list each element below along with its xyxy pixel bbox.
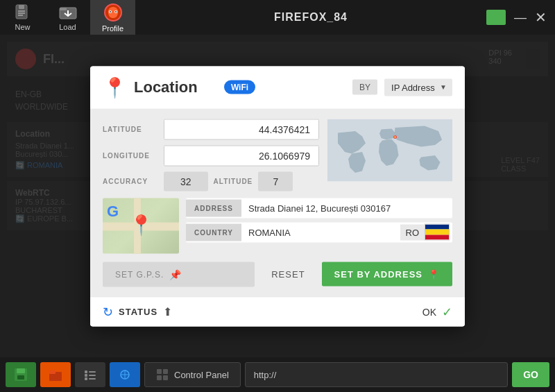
maps-address-row: G 📍 ADDRESS Strada Dianei 12, București … — [103, 198, 452, 253]
set-address-label: SET BY ADDRESS — [334, 269, 422, 280]
control-panel-label: Control Panel — [174, 370, 229, 380]
load-icon — [58, 3, 78, 20]
main-content: FI... DPI 96340 EN-GBWORLDWIDE Location … — [0, 35, 555, 357]
location-method-select[interactable]: IP Address GPS Manual — [384, 78, 452, 96]
maximize-button[interactable] — [486, 10, 506, 25]
set-address-pin-icon: 📍 — [428, 269, 440, 280]
longitude-row: LONGITUDE 26.1066979 — [103, 145, 319, 166]
accuracy-row: ACCURACY 32 ALTITUDE 7 — [103, 171, 319, 191]
address-fields: ADDRESS Strada Dianei 12, București 0301… — [186, 198, 452, 253]
taskbar-list-button[interactable] — [75, 362, 105, 387]
svg-rect-35 — [163, 375, 168, 380]
svg-point-12 — [110, 11, 111, 12]
control-panel-button[interactable]: Control Panel — [144, 362, 241, 387]
location-pin-icon: 📍 — [103, 76, 127, 99]
gmaps-g-letter: G — [107, 202, 119, 220]
svg-rect-6 — [60, 8, 67, 10]
wifi-badge: WiFi — [224, 80, 255, 94]
world-map — [327, 119, 452, 181]
taskbar: Control Panel GO — [0, 357, 555, 392]
location-modal: 📍 Location WiFi BY IP Address GPS Manual — [90, 66, 465, 326]
country-field-value[interactable]: ROMANIA — [241, 222, 400, 242]
load-button[interactable]: Load — [45, 0, 90, 35]
status-area: ↻ STATUS ⬆ — [103, 304, 172, 319]
svg-rect-24 — [85, 374, 87, 377]
profile-button[interactable]: Profile — [90, 0, 135, 35]
altitude-label: ALTITUDE — [214, 178, 253, 185]
modal-body: LATITUDE 44.4376421 LONGITUDE 26.1066979… — [90, 109, 465, 296]
svg-point-13 — [115, 11, 117, 12]
window-title: FIREFOX_84 — [135, 11, 486, 24]
country-field-label: COUNTRY — [186, 223, 241, 241]
svg-rect-26 — [85, 377, 87, 380]
latitude-row: LATITUDE 44.4376421 — [103, 119, 319, 139]
altitude-value[interactable]: 7 — [258, 171, 293, 191]
close-button[interactable]: ✕ — [535, 10, 547, 24]
modal-title: Location — [134, 78, 217, 96]
gmaps-thumbnail[interactable]: G 📍 — [103, 198, 179, 253]
svg-rect-27 — [89, 378, 96, 380]
reset-button[interactable]: RESET — [262, 262, 314, 287]
status-label: STATUS — [119, 307, 157, 317]
svg-point-16 — [395, 136, 396, 137]
set-gps-button[interactable]: SET G.P.S. 📌 — [103, 262, 255, 287]
svg-rect-18 — [17, 368, 25, 373]
accuracy-label: ACCURACY — [103, 178, 158, 185]
status-refresh-icon[interactable]: ↻ — [103, 304, 113, 319]
modal-footer: ↻ STATUS ⬆ OK ✓ — [90, 296, 465, 326]
gps-btn-label: SET G.P.S. — [115, 269, 164, 279]
window-controls: — ✕ — [486, 10, 547, 25]
svg-rect-19 — [17, 375, 24, 380]
list-icon — [83, 367, 98, 382]
svg-rect-32 — [157, 369, 162, 374]
ok-label[interactable]: OK — [422, 306, 436, 317]
set-by-address-button[interactable]: SET BY ADDRESS 📍 — [322, 262, 452, 287]
longitude-value[interactable]: 26.1066979 — [164, 145, 319, 166]
country-row: COUNTRY ROMANIA RO — [186, 222, 452, 242]
svg-rect-25 — [89, 375, 96, 376]
accuracy-value[interactable]: 32 — [164, 171, 208, 191]
gps-pin-icon: 📌 — [169, 269, 182, 280]
flag-yellow-stripe — [425, 230, 449, 235]
svg-rect-1 — [19, 5, 24, 9]
gmaps-pin-icon: 📍 — [129, 213, 153, 236]
svg-rect-33 — [163, 369, 168, 374]
svg-rect-34 — [157, 375, 162, 380]
latitude-value[interactable]: 44.4376421 — [164, 119, 319, 139]
ok-area: OK ✓ — [422, 304, 452, 319]
by-label: BY — [352, 80, 377, 95]
flag-blue-stripe — [425, 225, 449, 230]
svg-rect-21 — [49, 370, 56, 374]
romania-flag — [425, 224, 450, 241]
new-button[interactable]: New — [0, 0, 45, 35]
profile-icon — [103, 2, 123, 22]
profile-label: Profile — [102, 24, 123, 33]
minimize-button[interactable]: — — [514, 11, 527, 24]
load-label: Load — [59, 23, 76, 31]
browser-icon — [117, 367, 133, 382]
save-icon — [13, 367, 28, 382]
url-bar[interactable] — [245, 362, 508, 387]
taskbar-folder-button[interactable] — [40, 362, 71, 387]
country-code: RO — [400, 224, 425, 240]
status-export-icon[interactable]: ⬆ — [163, 305, 172, 318]
go-button[interactable]: GO — [512, 362, 549, 387]
new-icon — [13, 3, 33, 20]
coords-section: LATITUDE 44.4376421 LONGITUDE 26.1066979… — [103, 119, 452, 198]
latitude-label: LATITUDE — [103, 126, 158, 133]
svg-rect-22 — [85, 370, 87, 373]
action-buttons-row: SET G.P.S. 📌 RESET SET BY ADDRESS 📍 — [103, 262, 452, 287]
modal-header: 📍 Location WiFi BY IP Address GPS Manual — [90, 66, 465, 109]
flag-red-stripe — [425, 235, 449, 239]
taskbar-save-button[interactable] — [6, 362, 36, 387]
longitude-label: LONGITUDE — [103, 152, 158, 160]
address-field-value[interactable]: Strada Dianei 12, București 030167 — [241, 198, 452, 218]
new-label: New — [15, 23, 30, 31]
taskbar-browser-button[interactable] — [110, 362, 140, 387]
control-panel-icon — [156, 368, 169, 381]
location-method-select-wrapper[interactable]: IP Address GPS Manual — [384, 78, 452, 96]
titlebar: New Load Profile FIREFOX_84 — ✕ — [0, 0, 555, 35]
folder-icon — [48, 367, 63, 382]
address-row: ADDRESS Strada Dianei 12, București 0301… — [186, 198, 452, 218]
ok-checkmark-icon[interactable]: ✓ — [442, 304, 452, 319]
